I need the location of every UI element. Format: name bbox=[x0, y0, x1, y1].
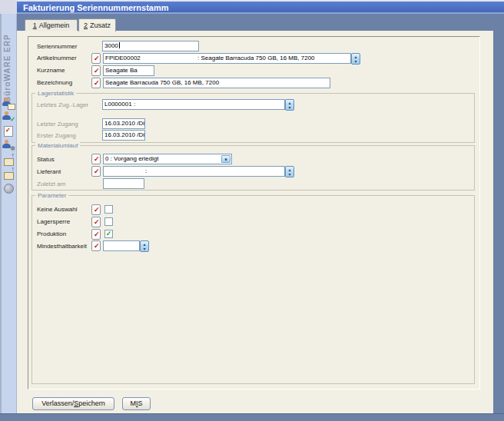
parameter-group-title: Parameter bbox=[35, 192, 68, 199]
user-check-icon[interactable]: ✓ bbox=[2, 111, 15, 124]
seriennummer-input[interactable]: 3000 bbox=[102, 41, 199, 51]
brand-vertical-text: BüroWARE ERP bbox=[3, 32, 17, 104]
erster-zugang-input[interactable]: 16.03.2010 /Di bbox=[102, 130, 145, 141]
verlassen-speichern-button[interactable]: Verlassen/Speichern bbox=[32, 397, 114, 410]
lagersperre-edit-check-icon[interactable] bbox=[91, 217, 101, 227]
tab-allgemein[interactable]: 1Allgemein bbox=[25, 19, 78, 31]
kurzname-label: Kurzname bbox=[37, 67, 65, 74]
bezeichnung-label: Bezeichnung bbox=[37, 79, 72, 86]
tab-zusatz[interactable]: 2Zusatz bbox=[78, 18, 116, 31]
mail-export-icon-2[interactable]: ↑ bbox=[2, 167, 15, 180]
lagerstatistik-group-title: Lagerstatistik bbox=[35, 90, 76, 97]
produktion-edit-check-icon[interactable] bbox=[91, 229, 101, 240]
lieferant-edit-check-icon[interactable] bbox=[91, 166, 101, 177]
title-bar: Fakturierung Seriennummernstamm bbox=[17, 2, 504, 14]
lagersperre-checkbox[interactable] bbox=[104, 217, 113, 226]
produktion-checkbox[interactable]: ✓ bbox=[104, 230, 113, 238]
letztes-zug-lager-label: Letztes Zug.-Lager bbox=[37, 101, 88, 108]
lagersperre-label: Lagersperre bbox=[37, 218, 70, 225]
mindesthaltbarkeit-input[interactable] bbox=[103, 240, 140, 251]
app-window: Fakturierung Seriennummernstamm BüroWARE… bbox=[0, 0, 504, 421]
erster-zugang-label: Erster Zugang bbox=[37, 132, 76, 139]
artikelnummer-input[interactable]: FPIDE00002 : Seagate Barracuda 750 GB, 1… bbox=[103, 53, 351, 64]
artikelnummer-description: : Seagate Barracuda 750 GB, 16 MB, 7200 bbox=[197, 54, 315, 63]
window-frame-right bbox=[493, 14, 504, 421]
zuletzt-am-label: Zuletzt am bbox=[37, 181, 65, 187]
mindesthaltbarkeit-label: Mindesthaltbarkeit bbox=[37, 243, 87, 250]
zuletzt-am-input[interactable] bbox=[103, 178, 144, 189]
lieferant-spinner[interactable]: ▴▾ bbox=[285, 166, 294, 177]
produktion-label: Produktion bbox=[37, 230, 66, 237]
sidebar: BüroWARE ERP bbox=[0, 14, 17, 413]
mail-export-icon[interactable]: ↑ bbox=[2, 154, 15, 166]
letzter-zugang-input[interactable]: 16.03.2010 /Di bbox=[102, 118, 145, 129]
mindesthaltbarkeit-spinner[interactable]: ▴▾ bbox=[140, 240, 149, 252]
status-edit-check-icon[interactable] bbox=[91, 154, 101, 164]
artikelnummer-spinner[interactable]: ▴▾ bbox=[351, 53, 360, 65]
letzter-zugang-label: Letzter Zugang bbox=[37, 121, 78, 128]
letztes-zug-lager-spinner[interactable]: ▴▾ bbox=[285, 99, 294, 111]
user-mail-icon[interactable] bbox=[2, 98, 15, 110]
bezeichnung-input[interactable]: Seagate Barracuda 750 GB, 16 MB, 7200 bbox=[103, 78, 330, 88]
status-label: Status bbox=[37, 156, 55, 163]
user-settings-icon[interactable]: ✱ bbox=[2, 140, 15, 152]
keine-auswahl-edit-check-icon[interactable] bbox=[91, 204, 101, 215]
status-dropdown-button[interactable]: ▾ bbox=[221, 155, 230, 163]
note-check-icon[interactable]: ✓ bbox=[2, 125, 15, 138]
kurzname-edit-check-icon[interactable] bbox=[91, 65, 101, 76]
materialumlauf-group-title: Materialumlauf bbox=[35, 142, 80, 149]
artikelnummer-label: Artikelnummer bbox=[37, 55, 77, 61]
mindesthaltbarkeit-edit-check-icon[interactable] bbox=[91, 240, 101, 251]
lieferant-input[interactable]: : bbox=[103, 166, 285, 177]
mis-button[interactable]: MIS bbox=[122, 397, 151, 410]
lieferant-label: Lieferant bbox=[37, 168, 61, 175]
bezeichnung-edit-check-icon[interactable] bbox=[91, 78, 101, 88]
artikelnummer-edit-check-icon[interactable] bbox=[91, 53, 101, 64]
seriennummer-label: Seriennummer bbox=[37, 43, 77, 50]
window-title: Fakturierung Seriennummernstamm bbox=[23, 3, 169, 12]
kurzname-input[interactable]: Seagate Ba bbox=[103, 65, 154, 76]
window-frame-bottom bbox=[0, 413, 504, 421]
status-combobox[interactable]: 0 : Vorgang erledigt ▾ bbox=[103, 154, 232, 164]
window-corner bbox=[0, 0, 17, 14]
text-caret bbox=[119, 42, 120, 48]
keine-auswahl-label: Keine Auswahl bbox=[37, 206, 77, 213]
letztes-zug-lager-input[interactable]: L0000001 : bbox=[102, 99, 285, 110]
keine-auswahl-checkbox[interactable] bbox=[104, 205, 113, 214]
globe-icon[interactable] bbox=[2, 182, 15, 194]
